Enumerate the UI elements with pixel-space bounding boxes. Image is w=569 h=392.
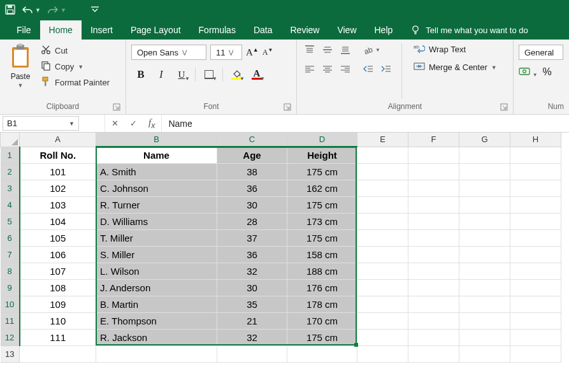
bold-button[interactable]: B <box>131 66 150 83</box>
dialog-launcher-clipboard[interactable] <box>113 103 120 111</box>
cell-C8[interactable]: 32 <box>217 263 287 279</box>
font-color-button[interactable]: A ▼ <box>247 66 266 83</box>
cell-B5[interactable]: D. Williams <box>96 213 217 229</box>
cell-H12[interactable] <box>510 329 561 345</box>
cell-G4[interactable] <box>459 196 510 213</box>
tab-view[interactable]: View <box>328 20 365 40</box>
fill-color-button[interactable]: ▼ <box>227 66 246 83</box>
align-bottom-button[interactable] <box>338 43 353 56</box>
cell-C3[interactable]: 36 <box>217 180 287 196</box>
column-header-G[interactable]: G <box>459 133 510 147</box>
borders-button[interactable]: ▼ <box>199 66 219 83</box>
cell-B4[interactable]: R. Turner <box>96 196 217 213</box>
cell-B2[interactable]: A. Smith <box>96 163 217 180</box>
cell-E10[interactable] <box>357 296 408 312</box>
insert-function-button[interactable]: fx <box>148 117 155 130</box>
align-top-button[interactable] <box>302 43 317 56</box>
cell-A9[interactable]: 108 <box>20 279 96 296</box>
cell-D2[interactable]: 175 cm <box>287 163 357 180</box>
cell-F5[interactable] <box>408 213 459 229</box>
cell-A7[interactable]: 106 <box>20 246 96 263</box>
cell-D1[interactable]: Height <box>287 147 357 163</box>
cell-E6[interactable] <box>357 229 408 246</box>
cell-A1[interactable]: Roll No. <box>20 147 96 163</box>
font-size-combo[interactable]: 11 ⋁ <box>210 45 242 60</box>
column-header-B[interactable]: B <box>96 133 217 147</box>
cell-H11[interactable] <box>510 312 561 329</box>
align-middle-button[interactable] <box>320 43 335 56</box>
cell-E4[interactable] <box>357 196 408 213</box>
cell-E7[interactable] <box>357 246 408 263</box>
cell-E3[interactable] <box>357 180 408 196</box>
cell-C12[interactable]: 32 <box>217 329 287 345</box>
tab-formulas[interactable]: Formulas <box>190 20 245 40</box>
cell-F11[interactable] <box>408 312 459 329</box>
cell-D12[interactable]: 175 cm <box>287 329 357 345</box>
cell-B7[interactable]: S. Miller <box>96 246 217 263</box>
cell-C10[interactable]: 35 <box>217 296 287 312</box>
cell-B6[interactable]: T. Miller <box>96 229 217 246</box>
copy-button[interactable]: Copy ▼ <box>41 61 110 73</box>
cell-E13[interactable] <box>357 345 408 362</box>
dialog-launcher-alignment[interactable] <box>500 103 508 111</box>
cell-H5[interactable] <box>510 213 561 229</box>
cell-G9[interactable] <box>459 279 510 296</box>
row-header-5[interactable]: 5 <box>1 213 20 229</box>
cell-A12[interactable]: 111 <box>20 329 96 345</box>
cell-D13[interactable] <box>287 345 357 362</box>
cell-H9[interactable] <box>510 279 561 296</box>
column-header-F[interactable]: F <box>408 133 459 147</box>
cell-C9[interactable]: 30 <box>217 279 287 296</box>
cell-A11[interactable]: 110 <box>20 312 96 329</box>
cell-A8[interactable]: 107 <box>20 263 96 279</box>
dialog-launcher-font[interactable] <box>284 103 291 111</box>
cell-F7[interactable] <box>408 246 459 263</box>
cell-C7[interactable]: 36 <box>217 246 287 263</box>
column-header-A[interactable]: A <box>20 133 96 147</box>
cell-A10[interactable]: 109 <box>20 296 96 312</box>
row-header-1[interactable]: 1 <box>1 147 20 163</box>
cell-C2[interactable]: 38 <box>217 163 287 180</box>
cell-B10[interactable]: B. Martin <box>96 296 217 312</box>
row-header-12[interactable]: 12 <box>1 329 20 345</box>
cell-C1[interactable]: Age <box>217 147 287 163</box>
cancel-formula-button[interactable]: ✕ <box>112 119 119 128</box>
cell-G1[interactable] <box>459 147 510 163</box>
tab-review[interactable]: Review <box>282 20 329 40</box>
decrease-indent-button[interactable] <box>361 62 376 75</box>
row-header-11[interactable]: 11 <box>1 312 20 329</box>
select-all-corner[interactable] <box>1 133 20 147</box>
cell-G8[interactable] <box>459 263 510 279</box>
row-header-7[interactable]: 7 <box>1 246 20 263</box>
cell-F1[interactable] <box>408 147 459 163</box>
tell-me-search[interactable]: Tell me what you want to do <box>401 20 528 40</box>
undo-button[interactable]: ▼ <box>22 5 41 16</box>
cell-C4[interactable]: 30 <box>217 196 287 213</box>
cell-H2[interactable] <box>510 163 561 180</box>
cell-H6[interactable] <box>510 229 561 246</box>
cell-B11[interactable]: E. Thompson <box>96 312 217 329</box>
percent-style-button[interactable]: % <box>543 66 552 78</box>
row-header-2[interactable]: 2 <box>1 163 20 180</box>
increase-indent-button[interactable] <box>378 62 394 75</box>
tab-data[interactable]: Data <box>245 20 282 40</box>
tab-page-layout[interactable]: Page Layout <box>122 20 190 40</box>
cell-G5[interactable] <box>459 213 510 229</box>
paste-button[interactable]: Paste ▼ <box>5 42 36 89</box>
name-box[interactable]: B1 ▼ <box>3 116 79 131</box>
cell-F13[interactable] <box>408 345 459 362</box>
cell-A3[interactable]: 102 <box>20 180 96 196</box>
save-button[interactable] <box>5 4 15 17</box>
cell-C6[interactable]: 37 <box>217 229 287 246</box>
orientation-button[interactable]: ab▼ <box>361 43 382 56</box>
align-center-button[interactable] <box>320 62 335 75</box>
align-left-button[interactable] <box>302 62 317 75</box>
formula-input[interactable]: Name <box>161 115 569 132</box>
row-header-8[interactable]: 8 <box>1 263 20 279</box>
cell-D4[interactable]: 175 cm <box>287 196 357 213</box>
cell-E9[interactable] <box>357 279 408 296</box>
row-header-6[interactable]: 6 <box>1 229 20 246</box>
cell-A2[interactable]: 101 <box>20 163 96 180</box>
cell-F6[interactable] <box>408 229 459 246</box>
cell-E12[interactable] <box>357 329 408 345</box>
